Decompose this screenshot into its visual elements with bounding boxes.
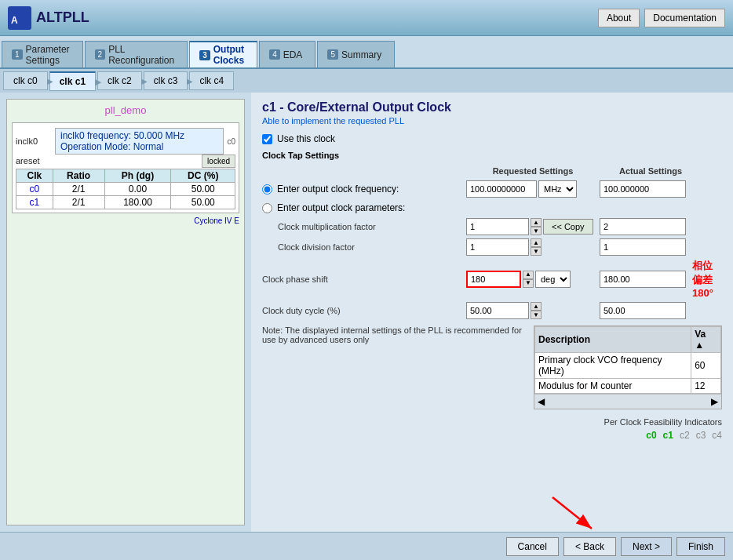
desc-row1-label: Primary clock VCO frequency (MHz) [535, 353, 691, 379]
table-row: Modulus for M counter 12 [535, 379, 721, 394]
mult-spin-up[interactable]: ▲ [531, 218, 542, 227]
table-row: c0 2/1 0.00 50.00 [16, 183, 235, 196]
clock-tab-c4[interactable]: clk c4 [189, 71, 234, 90]
desc-row2-label: Modulus for M counter [535, 379, 691, 394]
tab-num-4: 4 [269, 49, 280, 60]
locked-badge: locked [202, 155, 235, 168]
mult-spin-down[interactable]: ▼ [531, 227, 542, 235]
clock-tab-c1-label: clk c1 [60, 76, 86, 87]
duty-spinner[interactable]: ▲ ▼ [531, 302, 542, 319]
actual-mult-field [600, 218, 686, 235]
tab-label-2: PLLReconfiguration [108, 44, 174, 66]
clock-tab-c2[interactable]: clk c2 [97, 71, 142, 90]
tab-label-5: Summary [341, 49, 381, 60]
col-header-actual: Actual Settings [600, 165, 702, 177]
use-clock-label: Use this clock [277, 133, 335, 144]
phase-annotation: 相位偏差180° [692, 259, 713, 299]
clock-tab-c3[interactable]: clk c3 [144, 71, 188, 90]
tab-label-4: EDA [283, 49, 303, 60]
left-panel: pll_demo inclk0 inclk0 frequency: 50.000… [0, 93, 251, 532]
right-panel: c1 - Core/External Output Clock Able to … [251, 93, 733, 532]
use-clock-checkbox[interactable] [262, 134, 272, 144]
phase-spin-up[interactable]: ▲ [523, 271, 534, 279]
duty-spin-down[interactable]: ▼ [531, 311, 542, 319]
clock-tab-c0[interactable]: clk c0 [3, 71, 48, 90]
note-section: Note: The displayed internal settings of… [262, 325, 722, 409]
section-subtitle: Able to implement the requested PLL [262, 116, 722, 125]
signal-label-areset: areset [16, 156, 55, 165]
clock-tab-c0-label: clk c0 [13, 75, 38, 86]
actual-duty-wrap [600, 302, 702, 319]
wizard-tabs: 1 ParameterSettings 2 PLLReconfiguration… [0, 36, 733, 69]
radio-params-label: Enter output clock parameters: [277, 202, 405, 213]
freq-unit-select[interactable]: MHz KHz [538, 180, 577, 198]
tab-summary[interactable]: 5 Summary [317, 41, 395, 67]
feasibility-clocks: c0 c1 c2 c3 c4 [262, 430, 722, 441]
tab-num-3: 3 [199, 50, 210, 60]
mult-input[interactable] [466, 218, 529, 235]
clk-col-clk: Clk [16, 169, 53, 183]
tab-parameter-settings[interactable]: 1 ParameterSettings [2, 41, 83, 67]
dc-c1: 50.00 [171, 196, 235, 209]
desc-row1-val: 60 [691, 353, 721, 379]
use-clock-row: Use this clock [262, 133, 722, 144]
about-button[interactable]: About [598, 9, 640, 27]
mode-info: Operation Mode: Normal [60, 141, 218, 152]
copy-button[interactable]: << Copy [543, 219, 593, 235]
freq-input[interactable] [466, 180, 537, 198]
div-spinner[interactable]: ▲ ▼ [531, 238, 542, 256]
feasibility-label: Per Clock Feasibility Indicators [262, 417, 722, 427]
phase-input[interactable] [466, 271, 521, 288]
documentation-button[interactable]: Documentation [644, 9, 725, 27]
bottom-bar: Cancel < Back Next > Finish [0, 532, 733, 560]
phase-unit-select[interactable]: deg ps [535, 271, 571, 288]
diagram-inner: inclk0 inclk0 frequency: 50.000 MHz Oper… [12, 122, 239, 213]
feasibility-c0: c0 [646, 430, 656, 441]
signal-info-box: inclk0 frequency: 50.000 MHz Operation M… [55, 128, 224, 155]
actual-div-field [600, 238, 686, 256]
clock-tab-c4-label: clk c4 [199, 75, 224, 86]
tab-pll-reconfiguration[interactable]: 2 PLLReconfiguration [85, 41, 188, 67]
div-label: Clock division factor [262, 241, 466, 253]
phase-actual-wrap: 相位偏差180° [600, 259, 702, 299]
div-spin-up[interactable]: ▲ [531, 238, 542, 247]
finish-button[interactable]: Finish [676, 537, 725, 556]
feasibility-c3: c3 [696, 430, 706, 441]
ph-c0: 0.00 [104, 183, 171, 196]
radio-params-row: Enter output clock parameters: [262, 202, 466, 213]
ph-c1: 180.00 [104, 196, 171, 209]
feasibility-c2: c2 [680, 430, 690, 441]
section-title: c1 - Core/External Output Clock [262, 100, 722, 115]
feasibility-c1: c1 [663, 430, 673, 441]
phase-spinner[interactable]: ▲ ▼ [523, 271, 534, 288]
desc-col-value: Va ▲ [691, 327, 721, 353]
duty-input[interactable] [466, 302, 529, 319]
note-text: Note: The displayed internal settings of… [262, 325, 526, 344]
diagram-box: pll_demo inclk0 inclk0 frequency: 50.000… [6, 99, 245, 525]
col-empty [262, 165, 466, 177]
back-button[interactable]: < Back [563, 537, 616, 556]
clock-tab-c3-label: clk c3 [154, 75, 178, 86]
clock-tab-c1[interactable]: clk c1 [49, 71, 96, 91]
mult-spinner[interactable]: ▲ ▼ [531, 218, 542, 235]
div-spin-down[interactable]: ▼ [531, 247, 542, 256]
duty-spin-up[interactable]: ▲ [531, 302, 542, 311]
radio-params[interactable] [262, 203, 272, 213]
actual-freq-field [600, 180, 686, 198]
tab-num-5: 5 [327, 49, 338, 60]
cancel-button[interactable]: Cancel [506, 537, 559, 556]
scroll-right-icon[interactable]: ▶ [711, 396, 718, 407]
table-row: Primary clock VCO frequency (MHz) 60 [535, 353, 721, 379]
scroll-left-icon[interactable]: ◀ [538, 396, 545, 407]
next-button[interactable]: Next > [621, 537, 672, 556]
tab-output-clocks[interactable]: 3 OutputClocks [189, 41, 257, 67]
desc-table-wrapper: Description Va ▲ Primary clock VCO frequ… [534, 325, 722, 409]
clk-col-dc: DC (%) [171, 169, 235, 183]
actual-freq-field-wrap [600, 180, 702, 198]
radio-freq[interactable] [262, 184, 272, 195]
app-title: ALTPLL [36, 9, 89, 26]
phase-label: Clock phase shift [262, 273, 466, 285]
tab-eda[interactable]: 4 EDA [259, 41, 315, 67]
div-input[interactable] [466, 238, 529, 256]
phase-spin-down[interactable]: ▼ [523, 279, 534, 288]
